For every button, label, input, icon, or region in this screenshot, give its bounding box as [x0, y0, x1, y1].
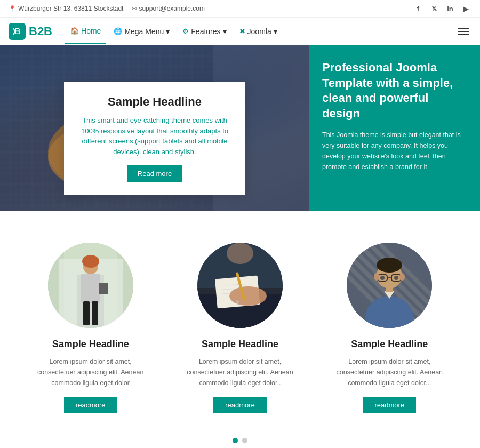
- features-icon: ⚙: [182, 27, 189, 35]
- nav-features[interactable]: ⚙ Features ▾: [177, 20, 231, 43]
- nav-home[interactable]: 🏠 Home: [65, 19, 106, 44]
- hero-section: Sample Headline This smart and eye-catch…: [0, 45, 480, 211]
- hamburger-line-2: [458, 31, 469, 32]
- megamenu-icon: 🌐: [114, 27, 122, 35]
- hero-teal-headline: Professional Joomla Template with a simp…: [322, 60, 467, 121]
- svg-rect-54: [92, 301, 98, 325]
- svg-point-86: [399, 273, 405, 281]
- chevron-down-icon-3: ▾: [274, 27, 277, 36]
- card-2-image: [197, 243, 283, 328]
- svg-rect-52: [81, 274, 100, 303]
- svg-point-63: [229, 286, 267, 306]
- card-1: Sample Headline Lorem ipsum dolor sit am…: [16, 232, 165, 429]
- cards-grid: Sample Headline Lorem ipsum dolor sit am…: [16, 232, 464, 429]
- cards-section: Sample Headline Lorem ipsum dolor sit am…: [0, 211, 480, 448]
- card-2-text: Lorem ipsum dolor sit amet, consectetuer…: [181, 356, 298, 388]
- card-1-image: [48, 243, 133, 328]
- hamburger-line-3: [458, 34, 469, 35]
- navbar: B2B 🏠 Home 🌐 Mega Menu ▾ ⚙ Features ▾ ✖ …: [0, 18, 480, 45]
- svg-point-84: [394, 276, 398, 280]
- card-3: Sample Headline Lorem ipsum dolor sit am…: [315, 232, 464, 429]
- card-2-headline: Sample Headline: [181, 339, 298, 350]
- svg-rect-55: [99, 283, 108, 294]
- svg-point-79: [377, 258, 402, 273]
- svg-point-66: [227, 243, 253, 264]
- home-icon: 🏠: [70, 27, 79, 35]
- twitter-link[interactable]: 𝕏: [429, 3, 439, 14]
- pin-icon: [9, 5, 16, 12]
- nav-mega-menu[interactable]: 🌐 Mega Menu ▾: [108, 20, 175, 43]
- chevron-down-icon-2: ▾: [223, 27, 227, 36]
- email-icon: [132, 5, 137, 12]
- card-3-headline: Sample Headline: [331, 339, 448, 350]
- hero-card-headline: Sample Headline: [77, 95, 233, 109]
- nav-links: 🏠 Home 🌐 Mega Menu ▾ ⚙ Features ▾ ✖ Joom…: [65, 19, 455, 44]
- hamburger-line-1: [458, 28, 469, 29]
- hero-image: Sample Headline This smart and eye-catch…: [0, 45, 309, 211]
- linkedin-link[interactable]: in: [445, 3, 455, 14]
- read-more-button[interactable]: Read more: [127, 165, 182, 182]
- card-1-headline: Sample Headline: [32, 339, 149, 350]
- card-3-text: Lorem ipsum dolor sit amet, consectetuer…: [331, 356, 448, 388]
- card-2-button[interactable]: readmore: [213, 397, 267, 413]
- pagination-dots: [16, 429, 464, 448]
- card-2: Sample Headline Lorem ipsum dolor sit am…: [165, 232, 315, 429]
- joomla-icon: ✖: [239, 27, 245, 35]
- hero-teal-panel: Professional Joomla Template with a simp…: [309, 45, 480, 211]
- svg-point-85: [374, 273, 379, 281]
- youtube-link[interactable]: ▶: [461, 3, 471, 14]
- svg-point-83: [380, 276, 385, 280]
- card-3-image: [347, 243, 432, 328]
- logo-icon: [9, 23, 26, 40]
- card-3-button[interactable]: readmore: [363, 397, 417, 413]
- hero-card: Sample Headline This smart and eye-catch…: [64, 82, 245, 195]
- pagination-dot-2[interactable]: [242, 438, 247, 443]
- svg-point-51: [82, 255, 99, 268]
- hero-teal-text: This Joomla theme is simple but elegant …: [322, 130, 467, 172]
- email-contact: support@example.com: [132, 5, 205, 12]
- logo[interactable]: B2B: [9, 23, 52, 40]
- nav-joomla[interactable]: ✖ Joomla ▾: [234, 20, 283, 43]
- chevron-down-icon: ▾: [166, 27, 170, 36]
- topbar-left: Würzburger Str 13, 63811 Stockstadt supp…: [9, 5, 205, 12]
- pagination-dot-1[interactable]: [233, 438, 238, 443]
- card-1-button[interactable]: readmore: [64, 397, 117, 413]
- hamburger-button[interactable]: [455, 26, 471, 37]
- topbar: Würzburger Str 13, 63811 Stockstadt supp…: [0, 0, 480, 18]
- address: Würzburger Str 13, 63811 Stockstadt: [9, 5, 123, 12]
- topbar-social: f 𝕏 in ▶: [413, 3, 471, 14]
- card-1-text: Lorem ipsum dolor sit amet, consectetuer…: [32, 356, 149, 388]
- hero-card-text: This smart and eye-catching theme comes …: [77, 115, 233, 157]
- svg-rect-53: [83, 301, 90, 325]
- facebook-link[interactable]: f: [413, 3, 423, 14]
